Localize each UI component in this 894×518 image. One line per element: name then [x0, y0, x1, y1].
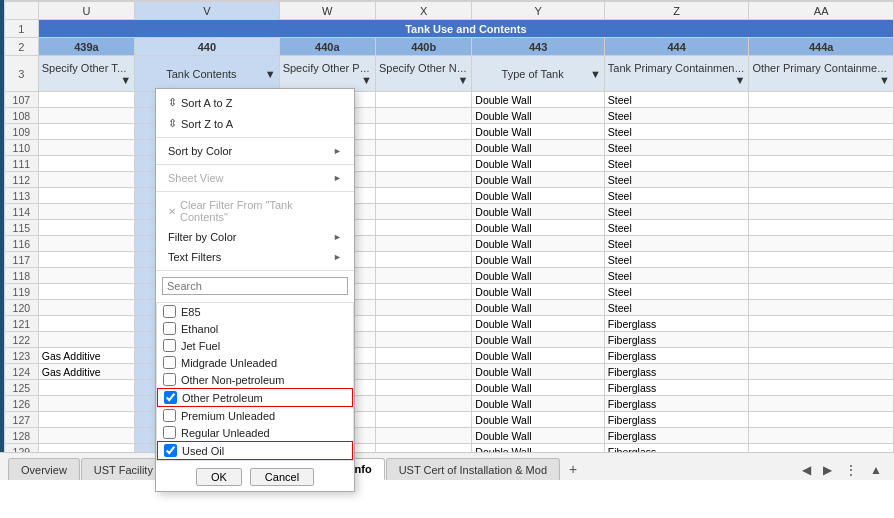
other-containment-filter-arrow[interactable]: ▼	[879, 74, 890, 86]
tab-nav-up[interactable]: ▲	[866, 461, 886, 479]
primary-containment-filter-arrow[interactable]: ▼	[735, 74, 746, 86]
row-number[interactable]: 114	[5, 204, 39, 220]
cell-u[interactable]	[38, 172, 134, 188]
petroleum-filter-arrow[interactable]: ▼	[361, 74, 372, 86]
cell-aa[interactable]	[749, 364, 894, 380]
cell-x[interactable]	[375, 316, 471, 332]
cell-y[interactable]: Double Wall	[472, 348, 605, 364]
cell-y[interactable]: Double Wall	[472, 412, 605, 428]
tab-nav-menu[interactable]: ⋮	[840, 460, 862, 480]
cell-u[interactable]	[38, 396, 134, 412]
cell-aa[interactable]	[749, 300, 894, 316]
filter-checkbox[interactable]	[163, 426, 176, 439]
cell-aa[interactable]	[749, 332, 894, 348]
cell-y[interactable]: Double Wall	[472, 188, 605, 204]
row-number[interactable]: 118	[5, 268, 39, 284]
menu-text-filters[interactable]: Text Filters ►	[156, 247, 354, 267]
cell-x[interactable]	[375, 172, 471, 188]
col-header-aa[interactable]: AA	[749, 2, 894, 20]
menu-sort-by-color[interactable]: Sort by Color ►	[156, 141, 354, 161]
tab-nav-right[interactable]: ▶	[819, 461, 836, 479]
cell-y[interactable]: Double Wall	[472, 220, 605, 236]
cell-aa[interactable]	[749, 156, 894, 172]
row-number[interactable]: 123	[5, 348, 39, 364]
cell-u[interactable]	[38, 252, 134, 268]
cell-z[interactable]: Fiberglass	[604, 428, 749, 444]
filter-checkbox[interactable]	[163, 322, 176, 335]
cell-y[interactable]: Double Wall	[472, 204, 605, 220]
cell-x[interactable]	[375, 220, 471, 236]
cell-x[interactable]	[375, 396, 471, 412]
filter-list-item[interactable]: Other Petroleum	[157, 388, 353, 407]
row-number[interactable]: 124	[5, 364, 39, 380]
cell-x[interactable]	[375, 380, 471, 396]
cell-z[interactable]: Fiberglass	[604, 332, 749, 348]
filter-checkbox[interactable]	[163, 305, 176, 318]
cell-x[interactable]	[375, 252, 471, 268]
cell-z[interactable]: Steel	[604, 204, 749, 220]
cell-y[interactable]: Double Wall	[472, 284, 605, 300]
cell-u[interactable]	[38, 188, 134, 204]
cell-y[interactable]: Double Wall	[472, 108, 605, 124]
cell-x[interactable]	[375, 204, 471, 220]
cell-z[interactable]: Steel	[604, 172, 749, 188]
cell-u[interactable]	[38, 92, 134, 108]
filter-list-item[interactable]: Other Non-petroleum	[157, 371, 353, 388]
row-number[interactable]: 120	[5, 300, 39, 316]
label-other-primary-containment[interactable]: Other Primary Containment Construction ▼	[749, 56, 894, 92]
cell-aa[interactable]	[749, 236, 894, 252]
cell-z[interactable]: Steel	[604, 108, 749, 124]
cell-aa[interactable]	[749, 348, 894, 364]
row-number[interactable]: 127	[5, 412, 39, 428]
row-number[interactable]: 121	[5, 316, 39, 332]
cell-aa[interactable]	[749, 412, 894, 428]
cell-z[interactable]: Steel	[604, 236, 749, 252]
row-number[interactable]: 122	[5, 332, 39, 348]
menu-sort-za[interactable]: ⇳ Sort Z to A	[156, 113, 354, 134]
cell-y[interactable]: Double Wall	[472, 124, 605, 140]
cell-z[interactable]: Fiberglass	[604, 316, 749, 332]
filter-checkbox[interactable]	[163, 356, 176, 369]
tank-type-filter-arrow[interactable]: ▼	[590, 68, 601, 80]
row-number[interactable]: 111	[5, 156, 39, 172]
row-number[interactable]: 117	[5, 252, 39, 268]
col-header-v[interactable]: V	[135, 2, 280, 20]
filter-checkbox[interactable]	[164, 444, 177, 457]
cell-x[interactable]	[375, 428, 471, 444]
filter-list-item[interactable]: Ethanol	[157, 320, 353, 337]
filter-checkbox[interactable]	[164, 391, 177, 404]
cell-aa[interactable]	[749, 92, 894, 108]
cell-u[interactable]	[38, 316, 134, 332]
col-header-z[interactable]: Z	[604, 2, 749, 20]
tab-overview[interactable]: Overview	[8, 458, 80, 480]
cell-z[interactable]: Fiberglass	[604, 348, 749, 364]
filter-list-item[interactable]: Regular Unleaded	[157, 424, 353, 441]
row-number[interactable]: 115	[5, 220, 39, 236]
filter-checkbox[interactable]	[163, 339, 176, 352]
filter-search-input[interactable]	[162, 277, 348, 295]
tab-nav-left[interactable]: ◀	[798, 461, 815, 479]
cell-z[interactable]: Steel	[604, 156, 749, 172]
cell-x[interactable]	[375, 124, 471, 140]
filter-checkbox[interactable]	[163, 373, 176, 386]
row-number[interactable]: 113	[5, 188, 39, 204]
cell-x[interactable]	[375, 300, 471, 316]
cell-z[interactable]: Steel	[604, 252, 749, 268]
cell-x[interactable]	[375, 108, 471, 124]
cell-y[interactable]: Double Wall	[472, 316, 605, 332]
cell-z[interactable]: Steel	[604, 92, 749, 108]
cell-x[interactable]	[375, 332, 471, 348]
cell-z[interactable]: Steel	[604, 188, 749, 204]
cell-u[interactable]	[38, 220, 134, 236]
label-specify-other-petroleum[interactable]: Specify Other Petroleum ▼	[279, 56, 375, 92]
nonpetroleum-filter-arrow[interactable]: ▼	[457, 74, 468, 86]
cell-x[interactable]	[375, 284, 471, 300]
label-specify-other-nonpetroleum[interactable]: Specify Other Non-Petroleum ▼	[375, 56, 471, 92]
cell-y[interactable]: Double Wall	[472, 156, 605, 172]
cell-u[interactable]	[38, 156, 134, 172]
cell-x[interactable]	[375, 364, 471, 380]
cell-y[interactable]: Double Wall	[472, 252, 605, 268]
label-type-of-tank[interactable]: Type of Tank ▼	[472, 56, 605, 92]
row-number[interactable]: 119	[5, 284, 39, 300]
cell-aa[interactable]	[749, 220, 894, 236]
